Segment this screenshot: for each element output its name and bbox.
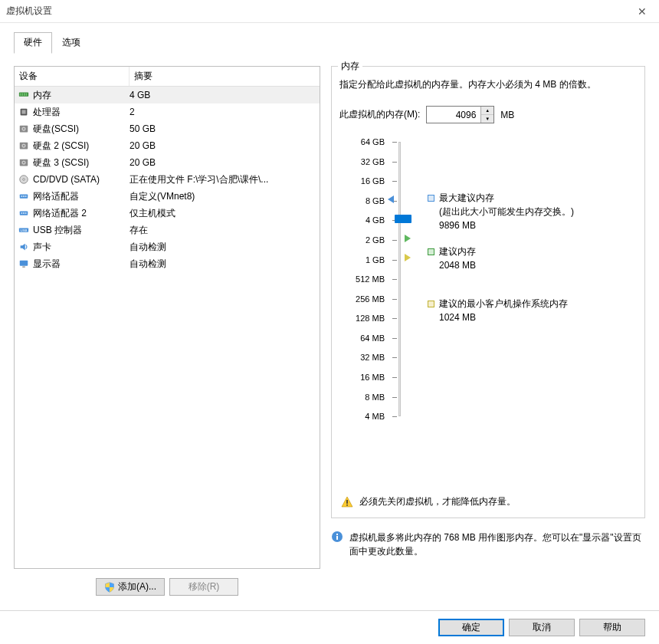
rec-min-row: 建议的最小客户机操作系统内存 [428,297,637,310]
tabs: 硬件 选项 [0,23,659,54]
info-row: 虚拟机最多将此内存的 768 MB 用作图形内存。您可以在"显示器"设置页面中更… [331,531,645,558]
table-row[interactable]: 处理器2 [15,104,320,120]
tick-label: 64 GB [339,137,385,146]
device-summary: 自动检测 [130,241,316,254]
rec-min-label: 建议的最小客户机操作系统内存 [439,298,568,309]
device-label: 声卡 [33,241,51,254]
min-marker-icon [405,254,411,261]
rec-max-row: 最大建议内存 [428,191,637,205]
help-button[interactable]: 帮助 [579,619,645,636]
tick-mark [392,181,397,182]
tick-mark [392,240,397,241]
warn-row: 必须先关闭虚拟机，才能降低内存量。 [341,495,516,508]
remove-button-label: 移除(R) [189,580,220,593]
svg-rect-34 [336,534,338,535]
tick-mark [392,416,397,417]
tick-label: 128 MB [339,314,385,323]
svg-rect-28 [20,261,28,266]
spin-up-button[interactable]: ▲ [481,107,493,115]
close-button[interactable]: ✕ [625,0,659,23]
device-label: 网络适配器 2 [33,207,87,220]
tick-mark [392,397,397,398]
svg-rect-20 [23,196,25,197]
svg-rect-33 [336,536,338,540]
tick-label: 1 GB [339,255,385,264]
device-label: USB 控制器 [33,224,82,237]
tab-hardware-label: 硬件 [24,37,42,48]
tab-hardware[interactable]: 硬件 [14,32,52,54]
table-row[interactable]: 显示器自动检测 [15,255,320,272]
memory-value-input[interactable] [427,107,480,123]
warn-text: 必须先关闭虚拟机，才能降低内存量。 [359,495,516,508]
info-icon [331,531,343,543]
rec-max-value: 9896 MB [428,219,637,232]
rec-max-note: (超出此大小可能发生内存交换。) [428,205,637,219]
tick-mark [392,279,397,280]
device-summary: 20 GB [130,140,316,151]
svg-rect-1 [20,93,21,96]
add-button-label: 添加(A)... [118,580,156,593]
svg-point-15 [23,162,25,163]
tick-label: 256 MB [339,294,385,304]
th-summary[interactable]: 摘要 [130,67,320,86]
table-row[interactable]: 网络适配器自定义(VMnet8) [15,188,320,205]
tick-label: 32 GB [339,157,385,166]
device-summary: 仅主机模式 [130,207,316,220]
tick-mark [392,377,397,378]
memory-input-label: 此虚拟机的内存(M): [339,108,420,121]
sound-icon [18,242,30,252]
titlebar: 虚拟机设置 ✕ [0,0,659,23]
table-row[interactable]: CD/DVD (SATA)正在使用文件 F:\学习\合肥\课件\... [15,171,320,188]
table-row[interactable]: 网络适配器 2仅主机模式 [15,205,320,222]
cd-icon [18,174,30,185]
memory-legend: 内存 [338,60,362,73]
slider-track-wrap[interactable] [389,137,412,421]
rec-suggest-row: 建议内存 [428,245,637,258]
memory-slider-area: 64 GB32 GB16 GB8 GB4 GB2 GB1 GB512 MB256… [339,137,637,421]
svg-rect-31 [346,504,348,506]
table-row[interactable]: 声卡自动检测 [15,238,320,255]
th-device[interactable]: 设备 [15,67,130,86]
tick-mark [392,357,397,358]
spin-down-button[interactable]: ▼ [481,115,493,123]
svg-rect-21 [25,196,27,197]
tick-label: 8 GB [339,196,385,205]
footer: 确定 取消 帮助 [0,610,659,644]
tab-options[interactable]: 选项 [52,32,90,54]
tick-mark [392,338,397,339]
device-summary: 自定义(VMnet8) [130,190,316,203]
slider-thumb[interactable] [395,215,411,223]
table-row[interactable]: 内存4 GB [15,87,320,104]
net-icon [18,191,30,202]
tick-mark [392,142,397,143]
device-summary: 20 GB [130,157,316,168]
tick-mark [392,299,397,300]
ok-button[interactable]: 确定 [438,619,504,636]
device-summary: 正在使用文件 F:\学习\合肥\课件\... [130,173,316,186]
device-label: 硬盘 3 (SCSI) [33,156,89,169]
table-row[interactable]: 硬盘 3 (SCSI)20 GB [15,154,320,171]
square-yellow-icon [428,301,434,307]
svg-rect-30 [346,500,348,504]
tick-label: 16 GB [339,176,385,186]
disk-icon [18,140,30,151]
table-row[interactable]: 硬盘(SCSI)50 GB [15,120,320,137]
cancel-button[interactable]: 取消 [509,619,575,636]
table-row[interactable]: 硬盘 2 (SCSI)20 GB [15,137,320,154]
rec-max-label: 最大建议内存 [439,192,494,203]
svg-rect-6 [21,110,25,113]
svg-rect-24 [23,212,25,214]
disk-icon [18,123,30,134]
svg-text:USB: USB [21,228,28,232]
cpu-icon [18,107,30,117]
content: 设备 摘要 内存4 GB处理器2硬盘(SCSI)50 GB硬盘 2 (SCSI)… [0,54,659,596]
warning-icon [341,496,353,508]
tick-label: 32 MB [339,353,385,362]
memory-spinner: ▲ ▼ [426,106,494,123]
add-button[interactable]: 添加(A)... [96,578,165,596]
rec-min-value: 1024 MB [428,310,637,324]
device-label: 显示器 [33,258,61,271]
shield-icon [104,582,115,593]
device-summary: 2 [130,107,316,117]
table-row[interactable]: USBUSB 控制器存在 [15,222,320,238]
